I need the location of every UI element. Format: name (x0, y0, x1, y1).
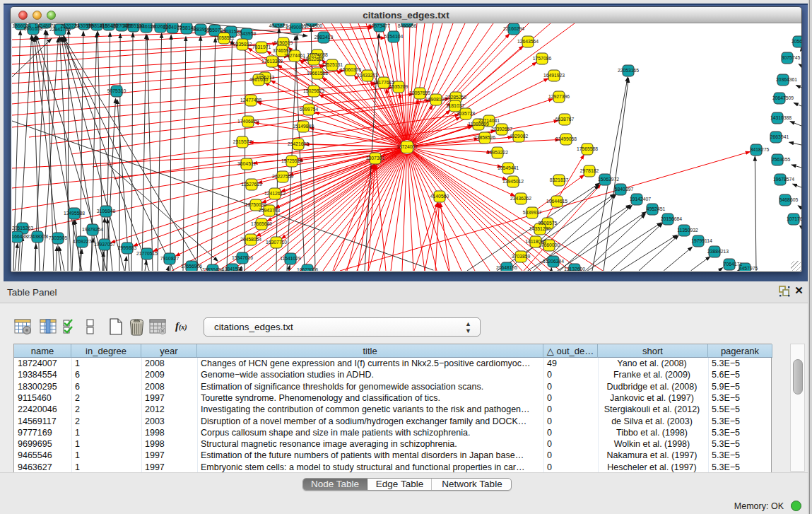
svg-text:22053165: 22053165 (618, 68, 639, 73)
svg-text:4140560: 4140560 (430, 194, 449, 199)
svg-text:13495588: 13495588 (64, 211, 85, 216)
svg-text:3746598: 3746598 (273, 48, 292, 53)
svg-text:2663941: 2663941 (770, 134, 789, 139)
svg-text:2983419: 2983419 (314, 35, 334, 40)
svg-text:17565588: 17565588 (577, 146, 598, 151)
svg-text:5339937: 5339937 (523, 210, 542, 215)
svg-text:17613348: 17613348 (261, 59, 283, 64)
svg-text:20647509: 20647509 (772, 95, 794, 100)
svg-text:18841570: 18841570 (222, 267, 243, 271)
svg-text:10717675: 10717675 (787, 216, 801, 221)
svg-text:23421603: 23421603 (288, 141, 309, 146)
svg-text:3075745: 3075745 (782, 55, 801, 60)
svg-text:20458054: 20458054 (240, 237, 261, 242)
svg-text:7910827: 7910827 (160, 256, 180, 261)
svg-text:13132690: 13132690 (564, 267, 585, 271)
svg-text:11541029: 11541029 (280, 256, 301, 261)
svg-text:15244500: 15244500 (301, 23, 322, 28)
svg-text:3604511: 3604511 (237, 161, 256, 166)
svg-text:6638767: 6638767 (555, 117, 575, 122)
svg-text:4961630: 4961630 (249, 77, 269, 82)
svg-text:3106848: 3106848 (97, 209, 116, 214)
svg-text:11350932: 11350932 (677, 228, 698, 233)
svg-text:16307710: 16307710 (266, 240, 287, 245)
svg-text:2978182: 2978182 (580, 168, 599, 173)
svg-text:9308575: 9308575 (539, 221, 558, 226)
svg-text:21433273: 21433273 (357, 73, 378, 78)
svg-text:17660000: 17660000 (539, 243, 560, 247)
svg-text:20166438: 20166438 (12, 234, 28, 239)
svg-text:21499058: 21499058 (555, 136, 577, 141)
svg-text:8321837: 8321837 (550, 177, 569, 182)
svg-text:3181037: 3181037 (446, 103, 465, 108)
svg-text:12525131: 12525131 (322, 62, 343, 67)
svg-text:20156684: 20156684 (661, 216, 682, 221)
svg-text:23285250: 23285250 (445, 95, 466, 100)
svg-text:12477488: 12477488 (240, 98, 261, 103)
svg-text:10661588: 10661588 (307, 71, 328, 76)
svg-text:4952451: 4952451 (647, 206, 666, 211)
svg-text:15149848: 15149848 (293, 124, 314, 129)
svg-text:20274461: 20274461 (284, 53, 305, 58)
svg-text:14310388: 14310388 (770, 115, 792, 120)
svg-text:2999883: 2999883 (118, 245, 137, 250)
svg-text:10549441: 10549441 (498, 165, 519, 170)
svg-text:4929082: 4929082 (510, 134, 529, 139)
svg-text:13945012: 13945012 (502, 179, 524, 184)
svg-text:17406879: 17406879 (237, 119, 259, 124)
svg-text:20943743: 20943743 (259, 208, 280, 213)
svg-text:15953222: 15953222 (487, 150, 508, 155)
svg-text:16060376: 16060376 (340, 67, 361, 72)
svg-text:6099754: 6099754 (300, 107, 319, 112)
svg-text:20562129: 20562129 (792, 39, 801, 44)
svg-text:16491923: 16491923 (543, 73, 565, 78)
svg-text:6535209: 6535209 (389, 84, 408, 89)
svg-text:20515263: 20515263 (12, 226, 33, 230)
svg-text:1757086: 1757086 (533, 56, 552, 61)
svg-text:12412612: 12412612 (264, 191, 286, 196)
svg-text:23830434: 23830434 (202, 267, 223, 271)
svg-text:19379254: 19379254 (82, 227, 103, 232)
svg-text:19678574: 19678574 (773, 177, 794, 182)
svg-text:23436262: 23436262 (510, 196, 531, 201)
svg-text:15063972: 15063972 (598, 177, 619, 182)
svg-text:20227559: 20227559 (272, 174, 293, 179)
svg-text:20648195: 20648195 (496, 265, 517, 270)
svg-text:5468605: 5468605 (779, 197, 799, 202)
svg-text:23858526: 23858526 (474, 135, 495, 140)
svg-text:11527619: 11527619 (241, 182, 262, 187)
svg-text:18622670: 18622670 (303, 57, 324, 62)
svg-text:5840397: 5840397 (615, 187, 634, 192)
svg-text:3703859: 3703859 (512, 254, 531, 259)
svg-text:21770515: 21770515 (136, 251, 158, 256)
svg-text:14351230: 14351230 (529, 226, 551, 231)
svg-text:2315577: 2315577 (233, 139, 252, 144)
svg-text:9335812: 9335812 (233, 42, 252, 47)
svg-text:5154104: 5154104 (384, 34, 404, 39)
svg-text:11058511: 11058511 (213, 35, 234, 40)
svg-text:22160294: 22160294 (503, 26, 524, 31)
svg-text:3035728: 3035728 (457, 111, 476, 116)
svg-text:8490656: 8490656 (398, 23, 417, 28)
svg-text:16908100: 16908100 (425, 97, 447, 102)
svg-text:19937057: 19937057 (94, 242, 115, 247)
svg-text:17656906: 17656906 (181, 264, 202, 269)
svg-text:3343959: 3343959 (237, 31, 257, 36)
svg-text:20364361: 20364361 (776, 77, 797, 82)
svg-text:20392657: 20392657 (491, 127, 512, 132)
svg-text:17665640: 17665640 (251, 221, 272, 226)
svg-text:4269227: 4269227 (73, 239, 92, 244)
svg-text:15029873: 15029873 (303, 88, 324, 93)
svg-text:19142407: 19142407 (630, 197, 651, 201)
svg-text:10644615: 10644615 (546, 199, 567, 204)
svg-text:12927396: 12927396 (548, 94, 570, 99)
svg-text:4457975: 4457975 (739, 266, 758, 271)
svg-text:16623006: 16623006 (297, 267, 318, 271)
svg-text:7303905: 7303905 (49, 235, 68, 240)
svg-text:22438378: 22438378 (27, 234, 48, 239)
svg-text:8418275: 8418275 (751, 147, 770, 152)
svg-text:9075310: 9075310 (107, 88, 126, 93)
svg-text:16206344: 16206344 (543, 259, 564, 264)
svg-text:19799114: 19799114 (691, 238, 712, 243)
svg-text:19973477: 19973477 (369, 23, 390, 28)
